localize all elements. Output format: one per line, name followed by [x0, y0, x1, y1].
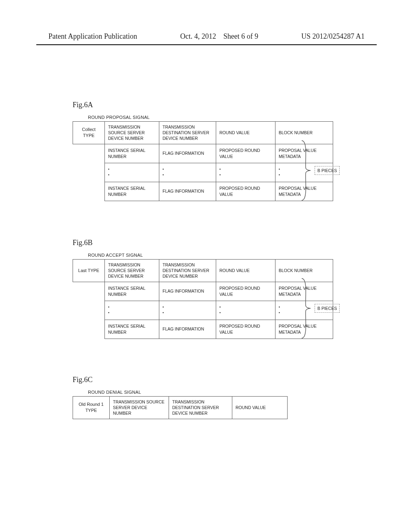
- brace-group: B PIECES: [301, 140, 340, 201]
- ellipsis-cell: [159, 301, 216, 320]
- header-sheet: Sheet 6 of 9: [223, 32, 258, 40]
- empty-cell: [73, 144, 105, 163]
- ellipsis-cell: [216, 163, 275, 182]
- header-date: Oct. 4, 2012: [180, 32, 216, 40]
- cell: PROPOSED ROUND VALUE: [216, 282, 275, 301]
- figure-6b-table-wrap: Last TYPE TRANSMISSION SOURCE SERVER DEV…: [73, 259, 365, 339]
- table-row-ellipsis: [73, 163, 333, 182]
- brace-icon: [301, 140, 311, 201]
- ellipsis-cell: [105, 301, 159, 320]
- page: Patent Application Publication Oct. 4, 2…: [0, 0, 413, 532]
- cell: TRANSMISSION SOURCE SERVER DEVICE NUMBER: [110, 397, 169, 419]
- empty-cell: [73, 182, 105, 201]
- table-row-ellipsis: [73, 301, 333, 320]
- cell: INSTANCE SERIAL NUMBER: [105, 320, 159, 339]
- cell: ROUND VALUE: [232, 397, 288, 419]
- cell: TRANSMISSION DESTINATION SERVER DEVICE N…: [159, 260, 216, 282]
- figure-6c-label: Fig.6C: [73, 376, 365, 384]
- figure-6c: Fig.6C ROUND DENIAL SIGNAL Old Round 1 T…: [73, 376, 365, 419]
- table-row: INSTANCE SERIAL NUMBER FLAG INFORMATION …: [73, 320, 333, 339]
- figure-6a-label: Fig.6A: [73, 101, 365, 109]
- figure-6c-caption: ROUND DENIAL SIGNAL: [88, 390, 365, 395]
- ellipsis-cell: [159, 163, 216, 182]
- ellipsis-cell: [105, 163, 159, 182]
- table-row: INSTANCE SERIAL NUMBER FLAG INFORMATION …: [73, 182, 333, 201]
- type-cell: Old Round 1 TYPE: [73, 397, 110, 419]
- cell: PROPOSED ROUND VALUE: [216, 144, 275, 163]
- type-cell: Last TYPE: [73, 260, 105, 282]
- table-row: Collect TYPE TRANSMISSION SOURCE SERVER …: [73, 122, 333, 144]
- figure-6a-caption: ROUND PROPOSAL SIGNAL: [88, 115, 365, 120]
- type-cell: Collect TYPE: [73, 122, 105, 144]
- ellipsis-cell: [216, 301, 275, 320]
- figure-6a: Fig.6A ROUND PROPOSAL SIGNAL Collect TYP…: [73, 101, 365, 201]
- header-publication: Patent Application Publication: [48, 32, 137, 41]
- cell: TRANSMISSION DESTINATION SERVER DEVICE N…: [169, 397, 232, 419]
- cell: PROPOSED ROUND VALUE: [216, 320, 275, 339]
- figure-6b: Fig.6B ROUND ACCEPT SIGNAL Last TYPE TRA…: [73, 239, 365, 339]
- brace-group: B PIECES: [301, 278, 340, 339]
- figure-6c-table: Old Round 1 TYPE TRANSMISSION SOURCE SER…: [73, 396, 288, 419]
- cell: ROUND VALUE: [216, 122, 275, 144]
- cell: FLAG INFORMATION: [159, 320, 216, 339]
- header-pubno: US 2012/0254287 A1: [301, 32, 365, 41]
- cell: INSTANCE SERIAL NUMBER: [105, 144, 159, 163]
- cell: INSTANCE SERIAL NUMBER: [105, 182, 159, 201]
- figure-6a-table-wrap: Collect TYPE TRANSMISSION SOURCE SERVER …: [73, 121, 365, 201]
- brace-icon: [301, 278, 311, 339]
- table-row: Old Round 1 TYPE TRANSMISSION SOURCE SER…: [73, 397, 288, 419]
- cell: FLAG INFORMATION: [159, 144, 216, 163]
- cell: TRANSMISSION SOURCE SERVER DEVICE NUMBER: [105, 122, 159, 144]
- table-row: INSTANCE SERIAL NUMBER FLAG INFORMATION …: [73, 144, 333, 163]
- figure-6b-label: Fig.6B: [73, 239, 365, 247]
- pieces-label: B PIECES: [315, 166, 340, 175]
- cell: INSTANCE SERIAL NUMBER: [105, 282, 159, 301]
- empty-cell: [73, 282, 105, 301]
- cell: PROPOSED ROUND VALUE: [216, 182, 275, 201]
- empty-cell: [73, 301, 105, 320]
- cell: TRANSMISSION DESTINATION SERVER DEVICE N…: [159, 122, 216, 144]
- figure-6a-table: Collect TYPE TRANSMISSION SOURCE SERVER …: [73, 121, 333, 201]
- cell: FLAG INFORMATION: [159, 282, 216, 301]
- cell: FLAG INFORMATION: [159, 182, 216, 201]
- cell: ROUND VALUE: [216, 260, 275, 282]
- empty-cell: [73, 320, 105, 339]
- empty-cell: [73, 163, 105, 182]
- pieces-label: B PIECES: [315, 304, 340, 313]
- header-rule: [36, 44, 377, 45]
- table-row: INSTANCE SERIAL NUMBER FLAG INFORMATION …: [73, 282, 333, 301]
- table-row: Last TYPE TRANSMISSION SOURCE SERVER DEV…: [73, 260, 333, 282]
- page-header: Patent Application Publication Oct. 4, 2…: [0, 32, 413, 41]
- cell: TRANSMISSION SOURCE SERVER DEVICE NUMBER: [105, 260, 159, 282]
- figure-6b-table: Last TYPE TRANSMISSION SOURCE SERVER DEV…: [73, 259, 333, 339]
- figure-6b-caption: ROUND ACCEPT SIGNAL: [88, 253, 365, 258]
- header-date-sheet: Oct. 4, 2012 Sheet 6 of 9: [180, 32, 258, 41]
